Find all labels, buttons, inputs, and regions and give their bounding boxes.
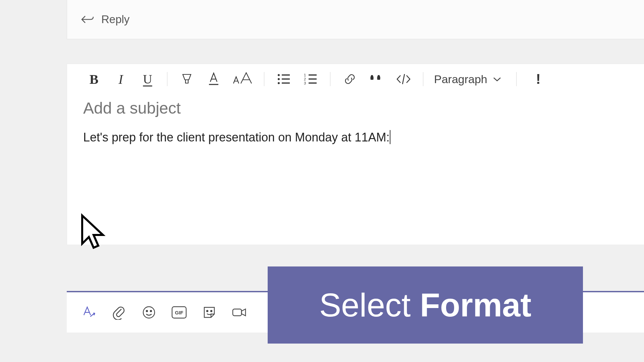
bullet-list-button[interactable] [270,69,297,89]
quote-button[interactable] [363,69,390,89]
svg-rect-6 [282,82,290,84]
code-button[interactable] [390,69,417,89]
svg-rect-12 [309,82,317,84]
chevron-down-icon [493,76,501,82]
format-toggle-button[interactable] [80,304,97,321]
text-caret [390,130,390,144]
svg-point-13 [143,307,155,318]
svg-rect-20 [233,309,241,316]
highlight-button[interactable] [173,69,200,89]
message-body[interactable]: Let's prep for the client presentation o… [67,117,644,245]
toolbar-separator [516,72,517,86]
callout-word2: Format [420,286,531,324]
svg-point-15 [150,310,152,312]
svg-rect-2 [282,74,290,76]
svg-point-19 [211,310,212,312]
link-button[interactable] [336,69,363,89]
italic-button[interactable]: I [107,69,134,89]
svg-point-1 [278,74,280,76]
importance-button[interactable]: ! [527,69,550,89]
font-size-button[interactable] [227,69,258,89]
svg-text:1: 1 [304,73,306,77]
svg-text:GIF: GIF [175,310,183,315]
svg-point-3 [278,78,280,80]
svg-text:3: 3 [304,81,306,85]
reply-arrow-icon [80,14,94,25]
compose-card: B I U [67,64,644,245]
svg-point-14 [146,310,148,312]
reply-box[interactable]: Reply [67,0,644,39]
toolbar-separator [330,72,330,86]
numbered-list-button[interactable]: 1 2 3 [297,69,324,89]
toolbar-separator [423,72,423,86]
svg-point-5 [278,82,280,84]
paragraph-style-label: Paragraph [434,73,487,86]
toolbar-separator [264,72,264,86]
reply-label: Reply [101,13,129,26]
attach-button[interactable] [110,304,127,321]
bold-button[interactable]: B [80,69,107,89]
subject-row [67,94,644,117]
callout-word1: Select [319,286,411,324]
emoji-button[interactable] [141,304,157,321]
gif-button[interactable]: GIF [171,304,187,321]
font-color-button[interactable] [200,69,227,89]
callout-banner: Select Format [268,266,583,344]
subject-input[interactable] [83,99,628,117]
meet-now-button[interactable] [231,304,248,321]
svg-rect-4 [282,78,290,80]
svg-text:2: 2 [304,77,306,81]
format-toolbar: B I U [67,64,644,94]
svg-rect-10 [309,78,317,80]
mouse-cursor-icon [79,213,108,253]
toolbar-separator [167,72,167,86]
svg-rect-8 [309,74,317,76]
paragraph-style-select[interactable]: Paragraph [429,73,506,86]
svg-point-18 [207,310,208,312]
sticker-button[interactable] [201,304,218,321]
underline-button[interactable]: U [134,69,161,89]
message-body-text: Let's prep for the client presentation o… [83,130,389,144]
